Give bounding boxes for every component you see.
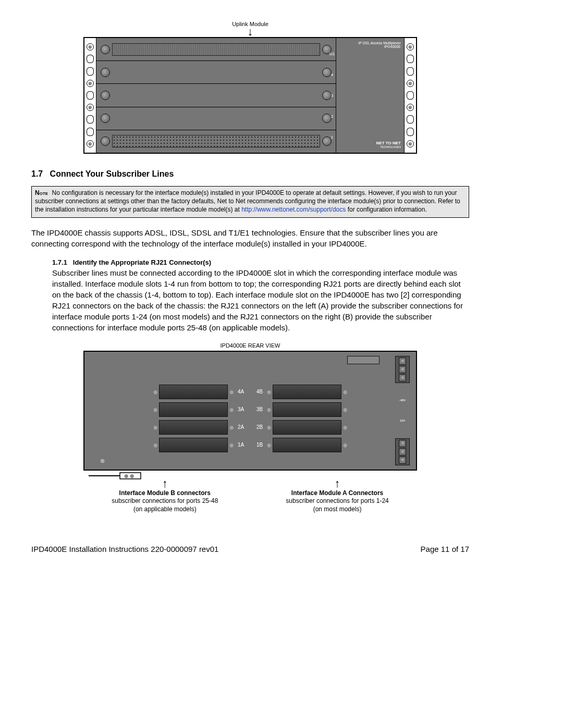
screw-icon: ⊕ — [407, 104, 414, 111]
rj21-row-1: 1A 1B — [159, 438, 341, 452]
rj21-row-3: 3A 3B — [159, 402, 341, 417]
slot-icon — [87, 55, 94, 63]
rj21-label: 3B — [254, 406, 265, 412]
page-footer: IPD4000E Installation Instructions 220-0… — [31, 545, 469, 553]
subsection-heading: 1.7.1 Identify the Appropriate RJ21 Conn… — [52, 258, 469, 266]
thumbscrew-icon — [101, 114, 110, 123]
note-text-after: for configuration information. — [348, 206, 427, 213]
slot-label: U1 — [329, 52, 335, 56]
screw-icon: ⊕ — [87, 80, 94, 87]
note-label: Note — [35, 189, 48, 196]
slot-icon — [87, 128, 94, 136]
slot-icon — [407, 67, 414, 76]
terminal-icon: ⊕ — [399, 374, 406, 381]
interface-slot-3 — [96, 84, 336, 107]
terminal-icon: ⊕ — [399, 366, 406, 373]
arrow-down-icon: ↓ — [83, 28, 417, 35]
thumbscrew-icon — [101, 137, 110, 146]
figure-front-chassis: Uplink Module ↓ ⊕ ⊕ ⊕ ⊕ — [83, 21, 417, 154]
product-label-line1: IP DSL Access Multiplexer — [339, 41, 401, 45]
power-terminal-top: ⊕ ⊕ ⊕ — [395, 356, 410, 383]
callout-b-title: Interface Module B connectors — [112, 489, 218, 498]
note-box: Note No configuration is necessary for t… — [31, 186, 469, 218]
uplink-slot — [96, 38, 336, 61]
rear-view-title: IPD4000E REAR VIEW — [83, 342, 417, 349]
interface-slot-1 — [96, 130, 336, 153]
slot-icon — [87, 67, 94, 76]
rear-callouts: ↑ Interface Module B connectors subscrib… — [83, 480, 417, 514]
rear-uplink-connector — [347, 356, 380, 364]
thumbscrew-icon — [101, 45, 110, 54]
slot-icon — [87, 115, 94, 124]
screw-icon: ⊕ — [407, 43, 414, 51]
rj21-connector-4b — [273, 385, 341, 399]
terminal-icon: ⊕ — [399, 448, 406, 455]
rj21-label: 4A — [235, 389, 247, 394]
ground-wire-icon: ⊕ ⊕ — [83, 471, 422, 481]
rj21-label: 3A — [235, 406, 247, 412]
subsection-block: 1.7.1 Identify the Appropriate RJ21 Conn… — [52, 258, 469, 333]
product-label-line2: IPD4000E — [339, 45, 401, 48]
slot-icon — [407, 55, 414, 63]
subsection-title: Identify the Appropriate RJ21 Connector(… — [73, 258, 211, 266]
slot-label: 4 — [329, 72, 335, 77]
body-paragraph: The IPD4000E chassis supports ADSL, IDSL… — [31, 227, 469, 249]
screw-icon: ⊕ — [87, 104, 94, 111]
power-current-label: 10A — [400, 419, 406, 422]
power-terminal-bottom: ⊕ ⊕ ⊕ — [395, 438, 410, 465]
arrow-up-icon: ↑ — [112, 480, 218, 487]
rj21-label: 2B — [254, 424, 265, 430]
subsection-body: Subscriber lines must be connected accor… — [52, 267, 469, 333]
interface-slot-4 — [96, 61, 336, 84]
chassis-rear-view: ⊕ ⊕ ⊕ -48V 10A ⊕ ⊕ ⊕ 4A 4B 3A 3B — [83, 351, 417, 471]
slot-icon — [87, 91, 94, 100]
terminal-icon: ⊕ — [399, 456, 406, 464]
thumbscrew-icon — [101, 68, 110, 77]
callout-a-line2: (on most models) — [286, 505, 388, 514]
slot-label: 1 — [329, 135, 335, 140]
rj21-connector-1b — [273, 438, 341, 452]
terminal-icon: ⊕ — [399, 440, 406, 447]
slot-icon — [407, 115, 414, 124]
callout-a-connectors: ↑ Interface Module A Connectors subscrib… — [286, 480, 388, 514]
note-link[interactable]: http://www.nettonet.com/support/docs — [241, 206, 346, 213]
section-number: 1.7 — [31, 169, 43, 178]
rj21-label: 1A — [235, 442, 247, 448]
uplink-panel — [112, 43, 320, 56]
right-mount-strip: ⊕ ⊕ ⊕ ⊕ — [404, 38, 416, 153]
brand-logo-line2: TECHNOLOGIES — [339, 145, 401, 149]
rj21-connector-3b — [273, 402, 341, 417]
interface-slot-2 — [96, 107, 336, 130]
slot-icon — [407, 91, 414, 100]
subsection-number: 1.7.1 — [52, 258, 67, 266]
rj21-connector-1a — [159, 438, 228, 452]
svg-text:⊕ ⊕: ⊕ ⊕ — [124, 473, 134, 479]
rear-power-column: ⊕ ⊕ ⊕ -48V 10A ⊕ ⊕ ⊕ — [393, 356, 412, 465]
screw-icon: ⊕ — [407, 140, 414, 147]
callout-a-title: Interface Module A Connectors — [286, 489, 388, 498]
rj21-connector-2a — [159, 420, 228, 435]
screw-icon: ⊕ — [87, 140, 94, 147]
footer-doc-id: IPD4000E Installation Instructions 220-0… — [31, 545, 218, 553]
rj21-connector-3a — [159, 402, 228, 417]
thumbscrew-icon — [101, 91, 110, 100]
section-title: Connect Your Subscriber Lines — [50, 169, 174, 178]
slot-label: 2 — [329, 114, 335, 119]
callout-a-line1: subscriber connections for ports 1-24 — [286, 497, 388, 505]
rj21-label: 1B — [254, 442, 265, 448]
power-voltage-label: -48V — [399, 399, 406, 402]
brand-logo: NET TO NET TECHNOLOGIES — [339, 141, 401, 149]
port-panel — [112, 135, 320, 147]
slot-label: 3 — [329, 93, 335, 98]
section-heading: 1.7 Connect Your Subscriber Lines — [31, 169, 469, 179]
rj21-label: 4B — [254, 389, 265, 394]
chassis-right-panel: U1 4 3 2 1 IP DSL Access Multiplexer IPD… — [336, 38, 404, 153]
slot-number-column: U1 4 3 2 1 — [329, 43, 335, 147]
callout-b-line1: subscriber connections for ports 25-48 — [112, 497, 218, 505]
arrow-up-icon: ↑ — [286, 480, 388, 487]
screw-icon: ⊕ — [407, 80, 414, 87]
ground-screw-icon: ⊕ — [100, 458, 105, 464]
left-mount-strip: ⊕ ⊕ ⊕ ⊕ — [84, 38, 96, 153]
brand-logo-line1: NET TO NET — [339, 141, 401, 145]
screw-icon: ⊕ — [87, 43, 94, 51]
